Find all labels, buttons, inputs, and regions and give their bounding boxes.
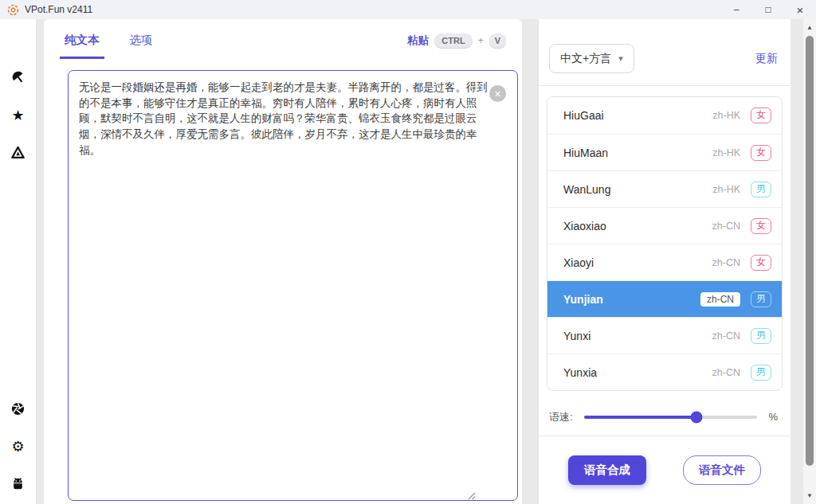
voice-file-button[interactable]: 语音文件 [683,455,761,485]
star-icon[interactable]: ★ [10,107,26,123]
speed-label: 语速: [549,410,573,424]
voice-gender-badge: 男 [751,328,771,344]
speed-slider-track[interactable] [584,416,758,419]
voice-name: Yunjian [563,293,603,306]
voice-category-select[interactable]: 中文+方言 ▾ [549,44,634,73]
voice-locale-badge: zh-CN [712,330,740,342]
scroll-up-icon[interactable]: ▲ [803,24,816,31]
ctrl-key-badge: CTRL [434,33,472,48]
voice-locale-badge: zh-CN [712,221,740,232]
minimize-button[interactable]: – [720,0,752,19]
vertical-scrollbar: ▲ ▼ [803,19,816,504]
speed-slider-section: 语速: % [539,398,790,436]
editor-panel: 纯文本 选项 粘贴 CTRL + V 无论是一段婚姻还是再婚，能够一起走到老的才… [44,19,522,504]
speed-slider-fill [584,416,697,419]
voice-locale-badge: zh-HK [712,147,740,158]
v-key-badge: V [489,33,506,48]
voice-locale-badge: zh-CN [700,292,740,307]
voice-locale-badge: zh-CN [712,257,740,268]
voice-locale-badge: zh-CN [712,367,740,378]
window-title: VPot.Fun v2411 [25,4,92,15]
voice-name: Yunxi [563,330,590,342]
voice-name: Xiaoxiao [563,220,606,232]
clear-text-icon[interactable]: × [489,85,506,102]
voice-gender-badge: 男 [751,291,771,307]
voice-locale-badge: zh-HK [712,110,740,121]
voice-name: HiuMaan [563,147,608,159]
close-button[interactable]: × [784,0,816,19]
android-icon[interactable] [10,476,26,491]
voice-category-value: 中文+方言 [560,52,611,66]
mountain-icon[interactable] [10,145,26,160]
left-sidebar: ★ ⚙ [0,19,37,504]
synthesize-button[interactable]: 语音合成 [568,455,646,485]
beach-umbrella-icon[interactable] [10,70,26,85]
voice-row[interactable]: Yunxia zh-CN 男 [547,354,782,390]
voice-row[interactable]: Xiaoxiao zh-CN 女 [547,207,782,244]
paste-button[interactable]: 粘贴 [407,33,429,48]
window-controls: – □ × [720,0,816,19]
app-logo-icon [7,4,19,16]
action-buttons-row: 语音合成 语音文件 [539,436,790,504]
title-bar: VPot.Fun v2411 – □ × [0,0,816,19]
update-link[interactable]: 更新 [755,52,778,66]
voice-row[interactable]: Yunjian zh-CN 男 [547,280,782,317]
scrollbar-thumb[interactable] [806,36,814,466]
sidebar-bottom-group: ⚙ [10,401,26,491]
voice-name: Xiaoyi [563,256,594,269]
voice-gender-badge: 女 [751,255,771,271]
voice-list: HiuGaai zh-HK 女 HiuMaan zh-HK 女 WanLung … [547,96,783,391]
paste-shortcut-area: 粘贴 CTRL + V [407,33,506,59]
resize-handle-icon[interactable] [467,489,476,498]
voice-row[interactable]: Xiaoyi zh-CN 女 [547,244,782,280]
voice-name: WanLung [563,183,610,196]
voice-name: Yunxia [563,366,597,379]
scroll-down-icon[interactable]: ▼ [803,492,816,499]
voice-gender-badge: 女 [751,218,771,234]
maximize-button[interactable]: □ [752,0,784,19]
text-input[interactable]: 无论是一段婚姻还是再婚，能够一起走到老的才是夫妻。半路离开的，都是过客。得到的不… [69,71,517,500]
plus-separator: + [478,35,484,46]
voice-gender-badge: 女 [751,145,771,161]
tab-plain-text[interactable]: 纯文本 [60,33,104,59]
speed-slider-thumb[interactable] [691,411,703,423]
voice-row[interactable]: HiuGaai zh-HK 女 [547,97,782,134]
aperture-icon[interactable] [10,401,26,416]
voice-row[interactable]: HiuMaan zh-HK 女 [547,134,782,170]
voice-panel: 中文+方言 ▾ 更新 HiuGaai zh-HK 女 HiuMaan zh-HK… [538,19,790,504]
voice-row[interactable]: Yunxi zh-CN 男 [547,317,782,354]
voice-panel-header: 中文+方言 ▾ 更新 [539,19,790,86]
voice-locale-badge: zh-HK [712,184,740,195]
sidebar-top-group: ★ [10,70,26,160]
tab-options[interactable]: 选项 [125,33,158,59]
text-input-container: 无论是一段婚姻还是再婚，能够一起走到老的才是夫妻。半路离开的，都是过客。得到的不… [68,70,518,501]
speed-unit: % [768,411,778,423]
chevron-down-icon: ▾ [618,53,623,64]
voice-name: HiuGaai [563,109,604,122]
gear-icon[interactable]: ⚙ [10,439,26,454]
voice-row[interactable]: WanLung zh-HK 男 [547,170,782,207]
editor-tabbar: 纯文本 选项 粘贴 CTRL + V [44,19,522,59]
voice-gender-badge: 男 [751,365,771,381]
voice-gender-badge: 男 [751,182,771,197]
voice-gender-badge: 女 [751,107,771,123]
